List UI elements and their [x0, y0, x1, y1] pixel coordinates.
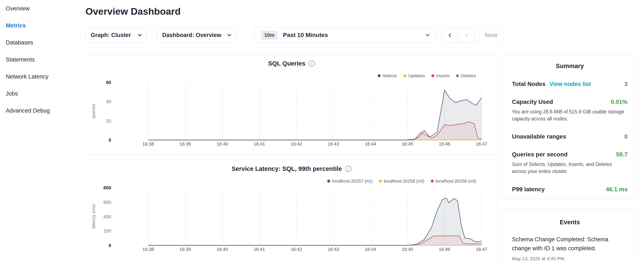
legend-label: localhost:26259 (n2) [384, 178, 424, 184]
chart-title: SQL Queries [268, 60, 305, 67]
time-range-picker[interactable]: 10m Past 10 Minutes [255, 27, 436, 43]
time-back-button[interactable] [442, 27, 458, 43]
legend-item: localhost:26257 (n1) [327, 178, 372, 184]
sidebar-item-databases[interactable]: Databases [0, 34, 86, 51]
now-button[interactable]: Now [479, 27, 503, 43]
dashboard-dropdown[interactable]: Dashboard: Overview [157, 27, 236, 43]
svg-text:16:38: 16:38 [142, 141, 154, 147]
legend-dot-icon [404, 74, 406, 77]
legend-label: Updates [408, 73, 425, 78]
chevron-left-icon [448, 33, 452, 37]
event-timestamp: May 13, 2020 at 4:45 PM [512, 256, 628, 261]
chevron-down-icon [426, 32, 430, 36]
legend-dot-icon [456, 74, 459, 77]
svg-text:latency (ms): latency (ms) [91, 204, 96, 228]
legend-label: Deletes [461, 73, 476, 78]
svg-text:400: 400 [103, 214, 111, 219]
chart-plot: 16:3816:3916:4016:4116:4216:4316:4416:45… [86, 185, 497, 259]
svg-text:0: 0 [109, 137, 111, 143]
sidebar-item-advanced-debug[interactable]: Advanced Debug [0, 102, 86, 119]
svg-text:queries: queries [91, 104, 96, 119]
svg-text:20: 20 [106, 118, 111, 124]
chevron-down-icon [138, 32, 142, 36]
chart-header: Service Latency: SQL, 99th percentile i [86, 165, 497, 172]
sidebar-item-network-latency[interactable]: Network Latency [0, 68, 86, 85]
sidebar-item-statements[interactable]: Statements [0, 51, 86, 68]
sidebar-nav: OverviewMetricsDatabasesStatementsNetwor… [0, 0, 86, 263]
svg-text:16:43: 16:43 [328, 141, 339, 147]
page-title: Overview Dashboard [86, 6, 181, 17]
legend-dot-icon [378, 74, 380, 77]
time-range-label: Past 10 Minutes [283, 32, 328, 39]
sidebar-item-metrics[interactable]: Metrics [0, 17, 86, 34]
summary-value: 0.01% [611, 99, 628, 105]
sidebar-item-jobs[interactable]: Jobs [0, 85, 86, 102]
summary-panel: Summary Total NodesView nodes list3Capac… [502, 54, 638, 199]
legend-label: localhost:26258 (n3) [436, 178, 476, 184]
graph-dropdown[interactable]: Graph: Cluster [86, 27, 146, 43]
info-icon[interactable]: i [309, 60, 315, 67]
summary-value: 0 [624, 133, 628, 140]
graph-dropdown-label: Graph: Cluster [91, 32, 131, 39]
summary-label: Unavailable ranges [512, 133, 566, 140]
svg-text:16:41: 16:41 [254, 247, 265, 252]
legend-dot-icon [379, 180, 382, 183]
svg-text:16:47: 16:47 [476, 141, 487, 147]
svg-text:16:42: 16:42 [291, 141, 302, 147]
svg-text:16:40: 16:40 [217, 141, 228, 147]
summary-label: Queries per second [512, 151, 568, 158]
svg-text:200: 200 [103, 228, 111, 234]
legend-item: Selects [378, 73, 397, 78]
view-nodes-link[interactable]: View nodes list [550, 81, 591, 87]
svg-text:16:38: 16:38 [142, 247, 154, 252]
svg-text:600: 600 [103, 200, 111, 205]
summary-value: 3 [624, 81, 628, 87]
summary-label: P99 latency [512, 186, 545, 193]
svg-text:0: 0 [109, 243, 111, 248]
summary-description: Sum of Selects, Updates, Inserts, and De… [512, 161, 628, 175]
legend-item: localhost:26259 (n2) [379, 178, 424, 184]
chart-legend: localhost:26257 (n1)localhost:26259 (n2)… [327, 178, 476, 184]
legend-item: Deletes [456, 73, 476, 78]
svg-text:16:39: 16:39 [180, 141, 191, 147]
legend-item: localhost:26258 (n3) [431, 178, 476, 184]
summary-value: 59.7 [616, 151, 628, 158]
controls-bar: Graph: Cluster Dashboard: Overview 10m P… [86, 27, 532, 43]
summary-label: Capacity Used [512, 99, 553, 105]
svg-text:16:41: 16:41 [254, 141, 265, 147]
summary-rows: Total NodesView nodes list3Capacity Used… [512, 81, 628, 193]
events-list: Schema Change Completed: Schema change w… [512, 235, 628, 261]
sql-queries-chart-panel: SQL Queries i SelectsUpdatesInsertsDelet… [86, 54, 498, 154]
time-nav-group [442, 27, 475, 43]
dashboard-dropdown-label: Dashboard: Overview [162, 32, 221, 39]
time-forward-button[interactable] [458, 27, 475, 43]
legend-dot-icon [431, 180, 434, 183]
svg-text:40: 40 [106, 99, 111, 104]
sidebar-item-overview[interactable]: Overview [0, 0, 86, 17]
summary-description: You are using 28.6 MiB of 515.9 GiB usab… [512, 108, 628, 122]
legend-label: Inserts [436, 73, 450, 78]
summary-row: Total NodesView nodes list3 [512, 81, 628, 87]
time-range-badge: 10m [261, 31, 278, 40]
service-latency-chart-panel: Service Latency: SQL, 99th percentile i … [86, 160, 498, 259]
svg-text:16:46: 16:46 [439, 247, 450, 252]
chevron-right-icon [464, 33, 468, 37]
chart-plot: 16:3816:3916:4016:4116:4216:4316:4416:45… [86, 80, 497, 153]
chart-title: Service Latency: SQL, 99th percentile [232, 165, 342, 172]
summary-title: Summary [512, 63, 628, 70]
app-root: OverviewMetricsDatabasesStatementsNetwor… [0, 0, 644, 263]
event-text: Schema Change Completed: Schema change w… [512, 235, 614, 253]
svg-text:16:44: 16:44 [365, 141, 376, 147]
svg-text:800: 800 [103, 185, 111, 190]
summary-row: Unavailable ranges0 [512, 133, 628, 140]
legend-item: Updates [404, 73, 425, 78]
summary-value: 46.1 ms [606, 186, 628, 193]
svg-text:16:45: 16:45 [402, 141, 413, 147]
svg-text:16:45: 16:45 [402, 247, 413, 252]
events-panel: Events Schema Change Completed: Schema c… [502, 209, 638, 263]
info-icon[interactable]: i [345, 166, 352, 172]
summary-row: Capacity Used0.01% [512, 99, 628, 105]
chart-legend: SelectsUpdatesInsertsDeletes [378, 73, 476, 78]
chevron-down-icon [227, 32, 231, 36]
legend-label: localhost:26257 (n1) [332, 178, 372, 184]
